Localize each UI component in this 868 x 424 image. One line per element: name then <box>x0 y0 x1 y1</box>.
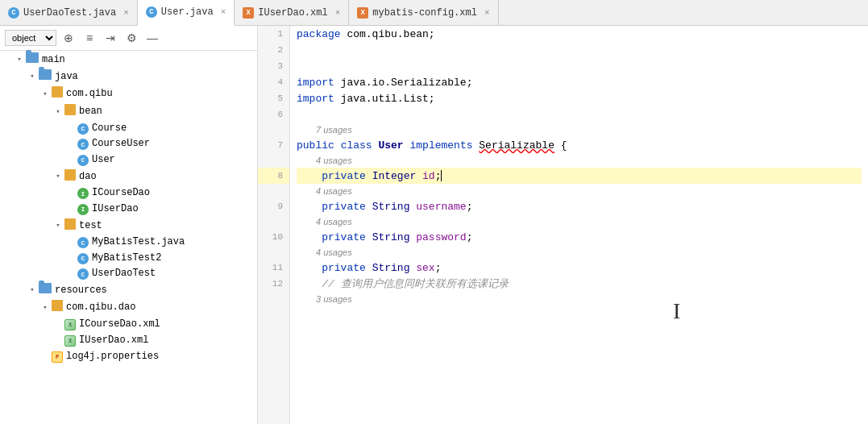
code-line-1: package com.qibu.bean; <box>297 26 862 42</box>
tree-node-comqibudao[interactable]: ▾ com.qibu.dao <box>0 298 257 316</box>
tab-icon-iuserdao: X <box>243 7 254 19</box>
code-line-11: private String sex; <box>297 260 862 276</box>
line-num-3: 3 <box>258 58 289 74</box>
tree-node-bean[interactable]: ▾ bean <box>0 102 257 120</box>
tree-node-User[interactable]: C User <box>0 152 257 168</box>
tree-arrow-main: ▾ <box>13 55 26 64</box>
tree-node-CourseUser[interactable]: C CourseUser <box>0 136 257 152</box>
tree-node-MyBatisTest[interactable]: C MyBatisTest.java <box>0 235 257 251</box>
tab-close-user[interactable]: × <box>221 7 226 17</box>
code-line-3 <box>297 58 862 74</box>
tree-node-ICourseDao[interactable]: I ICourseDao <box>0 185 257 202</box>
tree-node-MyBatisTest2[interactable]: C MyBatisTest2 <box>0 250 257 266</box>
line-num-usage4a <box>258 153 289 168</box>
line-num-9: 9 <box>258 198 289 214</box>
usage-line-3: 3 usages <box>297 292 862 306</box>
tree-node-log4j[interactable]: P log4j.properties <box>0 348 257 364</box>
tree-node-comqibu[interactable]: ▾ com.qibu <box>0 85 257 102</box>
line-num-4: 4 <box>258 74 289 90</box>
file-tree: ▾ main ▾ java ▾ com.qibu ▾ <box>0 51 257 364</box>
line-num-usage4c <box>258 214 289 229</box>
tab-mybatis[interactable]: X mybatis-config.xml × <box>349 0 498 26</box>
scroll-from-source-button[interactable]: ≡ <box>81 29 98 47</box>
line-num-usage3 <box>258 292 289 306</box>
text-cursor <box>441 170 442 181</box>
tree-label-IUserDao-xml: IUserDao.xml <box>79 335 148 346</box>
line-num-1: 1 <box>258 26 289 42</box>
tree-label-test: test <box>79 220 102 231</box>
line-num-6: 6 <box>258 106 289 123</box>
sidebar-dropdown[interactable]: object project <box>5 30 56 46</box>
collapse-button[interactable]: ⇥ <box>102 29 119 47</box>
tree-label-ICourseDao: ICourseDao <box>92 187 150 198</box>
tree-label-UserDaoTest: UserDaoTest <box>92 268 156 279</box>
tree-label-Course: Course <box>92 123 127 134</box>
locate-button[interactable]: ⊕ <box>60 29 77 47</box>
close-sidebar-button[interactable]: — <box>143 29 161 47</box>
code-line-4: import java.io.Serializable; <box>297 74 862 90</box>
tree-node-ICourseDao-xml[interactable]: X ICourseDao.xml <box>0 316 257 332</box>
tree-node-dao[interactable]: ▾ dao <box>0 168 257 185</box>
tab-user[interactable]: C User.java × <box>138 0 235 26</box>
tree-label-resources: resources <box>55 285 107 296</box>
code-line-6 <box>297 106 862 123</box>
tree-label-comqibudao: com.qibu.dao <box>66 301 135 313</box>
code-line-12: // 查询用户信息同时关联所有选课记录 <box>297 276 862 292</box>
xml-icon-ICourseDao: X <box>64 319 76 330</box>
class-icon-Course: C <box>77 123 89 135</box>
code-line-7: public class User implements Serializabl… <box>297 137 862 153</box>
tab-iuserdao[interactable]: X IUserDao.xml × <box>235 0 349 26</box>
class-icon-UserDaoTest: C <box>77 268 89 280</box>
line-num-11: 11 <box>258 260 289 276</box>
tree-label-CourseUser: CourseUser <box>92 138 150 149</box>
usage-line-4b: 4 usages <box>297 184 862 198</box>
line-num-8: 8 <box>258 168 289 184</box>
xml-icon-IUserDao: X <box>64 335 76 347</box>
tree-arrow-resources: ▾ <box>26 285 39 294</box>
line-num-7: 7 <box>258 137 289 153</box>
tab-label-user: User.java <box>161 6 214 18</box>
interface-icon-IUserDao: I <box>77 204 89 215</box>
tree-label-IUserDao: IUserDao <box>92 203 139 214</box>
tab-label-userdaotest: UserDaoTest.java <box>23 7 116 19</box>
tree-node-resources[interactable]: ▾ resources <box>0 281 257 298</box>
tree-node-Course[interactable]: C Course <box>0 120 257 136</box>
tree-label-User: User <box>92 154 115 165</box>
code-lines[interactable]: package com.qibu.bean; import java.io.Se… <box>290 26 868 424</box>
tree-label-ICourseDao-xml: ICourseDao.xml <box>79 318 160 330</box>
tab-label-mybatis: mybatis-config.xml <box>372 7 477 19</box>
tree-arrow-comqibu: ▾ <box>39 89 52 98</box>
tabs-bar: C UserDaoTest.java × C User.java × X IUs… <box>0 0 868 26</box>
tree-node-test[interactable]: ▾ test <box>0 217 257 235</box>
tab-close-userdaotest[interactable]: × <box>123 8 129 18</box>
tree-node-UserDaoTest[interactable]: C UserDaoTest <box>0 266 257 282</box>
tree-label-log4j: log4j.properties <box>66 351 159 362</box>
tree-arrow-test: ▾ <box>52 221 64 230</box>
line-num-usage4b <box>258 184 289 198</box>
tree-node-main[interactable]: ▾ main <box>0 51 257 68</box>
tree-label-java: java <box>55 71 78 82</box>
tab-icon-mybatis: X <box>357 7 368 19</box>
tree-node-IUserDao-xml[interactable]: X IUserDao.xml <box>0 332 257 348</box>
tree-node-IUserDao[interactable]: I IUserDao <box>0 201 257 217</box>
line-num-5: 5 <box>258 90 289 106</box>
tab-close-iuserdao[interactable]: × <box>335 8 341 18</box>
code-content: 1 2 3 4 5 6 7 8 9 10 11 12 <box>258 26 868 424</box>
tree-label-bean: bean <box>79 106 102 117</box>
props-icon-log4j: P <box>52 351 63 363</box>
tab-close-mybatis[interactable]: × <box>484 8 490 18</box>
class-icon-MyBatisTest2: C <box>77 253 89 264</box>
code-line-2 <box>297 42 862 58</box>
tree-arrow-java: ▾ <box>26 72 39 81</box>
usage-line-7: 7 usages <box>297 123 862 137</box>
line-num-usage7 <box>258 123 289 137</box>
tree-label-MyBatisTest: MyBatisTest.java <box>92 236 185 247</box>
tab-icon-userdaotest: C <box>8 7 19 19</box>
settings-button[interactable]: ⚙ <box>123 29 140 47</box>
tree-node-java[interactable]: ▾ java <box>0 68 257 85</box>
code-line-5: import java.util.List; <box>297 90 862 106</box>
code-editor[interactable]: 1 2 3 4 5 6 7 8 9 10 11 12 <box>258 26 868 424</box>
tab-userdaotest[interactable]: C UserDaoTest.java × <box>0 0 138 26</box>
line-num-12: 12 <box>258 276 289 292</box>
line-numbers: 1 2 3 4 5 6 7 8 9 10 11 12 <box>258 26 290 424</box>
